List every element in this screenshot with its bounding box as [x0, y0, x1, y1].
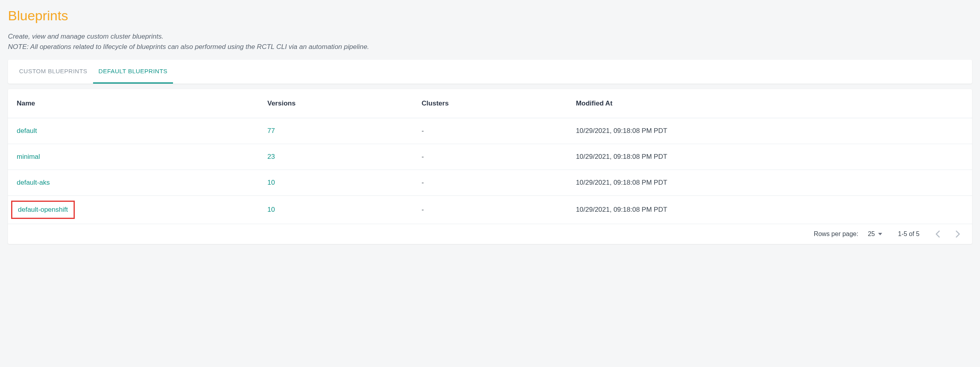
table-row: default-openshift10-10/29/2021, 09:18:08… [8, 196, 972, 224]
blueprint-name-link[interactable]: default-aks [17, 179, 50, 186]
cell-versions: 77 [259, 118, 413, 144]
versions-link[interactable]: 23 [267, 153, 275, 160]
cell-versions: 10 [259, 170, 413, 196]
cell-modified-at: 10/29/2021, 09:18:08 PM PDT [567, 144, 972, 170]
cell-name: minimal [8, 144, 259, 170]
page-description: Create, view and manage custom cluster b… [8, 31, 972, 52]
cell-clusters: - [413, 170, 567, 196]
next-page-button[interactable] [956, 230, 960, 238]
prev-page-button[interactable] [935, 230, 940, 238]
tabs: CUSTOM BLUEPRINTS DEFAULT BLUEPRINTS [8, 60, 972, 84]
rows-per-page-select[interactable]: 25 [868, 230, 882, 238]
page-title: Blueprints [8, 8, 972, 23]
pagination-range: 1-5 of 5 [898, 230, 920, 238]
description-line-1: Create, view and manage custom cluster b… [8, 31, 972, 42]
pagination-nav [935, 230, 960, 238]
cell-modified-at: 10/29/2021, 09:18:08 PM PDT [567, 118, 972, 144]
table-row: default77-10/29/2021, 09:18:08 PM PDT [8, 118, 972, 144]
versions-link[interactable]: 77 [267, 127, 275, 135]
column-header-name: Name [8, 89, 259, 118]
highlight-box: default-openshift [11, 201, 75, 219]
cell-modified-at: 10/29/2021, 09:18:08 PM PDT [567, 196, 972, 224]
blueprints-table: Name Versions Clusters Modified At defau… [8, 89, 972, 224]
cell-clusters: - [413, 118, 567, 144]
cell-versions: 23 [259, 144, 413, 170]
cell-clusters: - [413, 144, 567, 170]
rows-per-page-label: Rows per page: [814, 230, 858, 238]
cell-versions: 10 [259, 196, 413, 224]
blueprint-name-link[interactable]: default [17, 127, 37, 135]
blueprints-table-container: Name Versions Clusters Modified At defau… [8, 89, 972, 244]
rows-per-page-value: 25 [868, 230, 875, 238]
chevron-left-icon [935, 230, 940, 238]
description-line-2: NOTE: All operations related to lifecycl… [8, 42, 972, 52]
cell-clusters: - [413, 196, 567, 224]
chevron-right-icon [956, 230, 960, 238]
tab-custom-blueprints[interactable]: CUSTOM BLUEPRINTS [14, 60, 93, 84]
cell-name: default [8, 118, 259, 144]
versions-link[interactable]: 10 [267, 179, 275, 186]
pagination: Rows per page: 25 1-5 of 5 [8, 224, 972, 244]
blueprint-name-link[interactable]: default-openshift [18, 206, 68, 213]
blueprint-name-link[interactable]: minimal [17, 153, 40, 160]
cell-modified-at: 10/29/2021, 09:18:08 PM PDT [567, 170, 972, 196]
table-header-row: Name Versions Clusters Modified At [8, 89, 972, 118]
tab-default-blueprints[interactable]: DEFAULT BLUEPRINTS [93, 60, 173, 84]
column-header-modified-at: Modified At [567, 89, 972, 118]
cell-name: default-openshift [8, 196, 259, 224]
table-row: default-aks10-10/29/2021, 09:18:08 PM PD… [8, 170, 972, 196]
cell-name: default-aks [8, 170, 259, 196]
column-header-clusters: Clusters [413, 89, 567, 118]
rows-per-page: Rows per page: 25 [814, 230, 882, 238]
chevron-down-icon [878, 233, 882, 235]
versions-link[interactable]: 10 [267, 206, 275, 213]
table-row: minimal23-10/29/2021, 09:18:08 PM PDT [8, 144, 972, 170]
column-header-versions: Versions [259, 89, 413, 118]
